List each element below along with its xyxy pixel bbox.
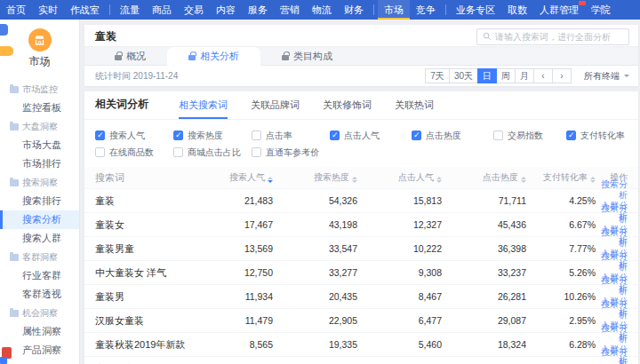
nav-item-竞争[interactable]: 竞争 bbox=[410, 0, 442, 20]
click-heat-cell: 29,087 bbox=[442, 315, 526, 326]
search-icon bbox=[483, 32, 492, 41]
metric-checkboxes: 搜索人气搜索热度点击率点击人气点击热度交易指数支付转化率在线商品数商城点击占比直… bbox=[84, 120, 638, 163]
nav-item-市场[interactable]: 市场 bbox=[378, 0, 410, 20]
related-words-card: 相关词分析 相关搜索词关联品牌词关联修饰词关联热词 搜索人气搜索热度点击率点击人… bbox=[84, 91, 638, 364]
action-link-搜索分析[interactable]: 搜索分析 bbox=[596, 251, 628, 273]
nav-item-商品[interactable]: 商品 bbox=[146, 0, 178, 20]
module-label: 市场 bbox=[0, 54, 79, 69]
sidebar-item-搜索排行[interactable]: 搜索排行 bbox=[0, 192, 79, 210]
nav-item-内容[interactable]: 内容 bbox=[210, 0, 242, 20]
column-label: 搜索热度 bbox=[314, 172, 349, 182]
checkbox-checked[interactable] bbox=[412, 131, 421, 140]
checkbox-unchecked[interactable] bbox=[252, 131, 261, 140]
metric-点击人气[interactable]: 点击人气 bbox=[330, 128, 412, 143]
nav-item-人群管理[interactable]: 人群管理 bbox=[533, 0, 585, 20]
sidebar-item-属性洞察[interactable]: 属性洞察 bbox=[0, 322, 79, 341]
metric-点击率[interactable]: 点击率 bbox=[252, 128, 330, 143]
metric-搜索人气[interactable]: 搜索人气 bbox=[95, 128, 173, 143]
checkbox-unchecked[interactable] bbox=[493, 131, 503, 140]
checkbox-unchecked[interactable] bbox=[252, 147, 261, 157]
tab-类目构成[interactable]: 类目构成 bbox=[260, 47, 354, 65]
nav-item-财务[interactable]: 财务 bbox=[338, 0, 370, 20]
action-link-搜索分析[interactable]: 搜索分析 bbox=[596, 323, 628, 344]
nav-item-实时[interactable]: 实时 bbox=[32, 0, 64, 20]
action-link-搜索分析[interactable]: 搜索分析 bbox=[596, 299, 628, 320]
nav-item-营销[interactable]: 营销 bbox=[274, 0, 306, 20]
checkbox-unchecked[interactable] bbox=[173, 147, 183, 157]
nav-item-首页[interactable]: 首页 bbox=[0, 0, 32, 20]
nav-item-交易[interactable]: 交易 bbox=[178, 0, 210, 20]
nav-item-取数[interactable]: 取数 bbox=[501, 0, 533, 20]
checkbox-checked[interactable] bbox=[95, 131, 105, 140]
column-header-点击热度[interactable]: 点击热度 bbox=[442, 171, 526, 184]
sidebar-item-产品洞察[interactable]: 产品洞察 bbox=[0, 341, 79, 360]
metric-支付转化率[interactable]: 支付转化率 bbox=[566, 128, 628, 143]
next-period-button[interactable]: › bbox=[552, 68, 572, 83]
tab-相关分析[interactable]: 相关分析 bbox=[167, 47, 260, 66]
metric-label: 支付转化率 bbox=[580, 130, 625, 142]
period-button-月[interactable]: 月 bbox=[515, 68, 534, 83]
sidebar-item-搜索人群[interactable]: 搜索人群 bbox=[0, 229, 79, 248]
prev-period-button[interactable]: ‹ bbox=[533, 68, 553, 83]
column-header-支付转化率[interactable]: 支付转化率 bbox=[526, 171, 596, 184]
checkbox-unchecked[interactable] bbox=[95, 147, 105, 157]
action-link-搜索分析[interactable]: 搜索分析 bbox=[596, 203, 628, 225]
nav-item-物流[interactable]: 物流 bbox=[306, 0, 338, 20]
subtab-关联热词[interactable]: 关联热词 bbox=[395, 99, 434, 119]
column-header-搜索热度[interactable]: 搜索热度 bbox=[273, 171, 357, 184]
nav-item-业务专区[interactable]: 业务专区 bbox=[450, 0, 501, 20]
sidebar-item-搜索分析[interactable]: 搜索分析 bbox=[0, 210, 79, 229]
search-heat-cell: 20,435 bbox=[273, 291, 357, 302]
search-popularity-cell: 17,467 bbox=[202, 219, 273, 230]
metric-搜索热度[interactable]: 搜索热度 bbox=[173, 128, 252, 143]
sidebar-item-市场排行[interactable]: 市场排行 bbox=[0, 154, 79, 173]
table-row: 童装女17,46743,19812,32745,4366.67%搜索分析人群分析 bbox=[84, 212, 638, 236]
search-heat-cell: 22,905 bbox=[273, 315, 357, 326]
sidebar-item-监控看板[interactable]: 监控看板 bbox=[0, 99, 79, 117]
table-row: 童装秋装2019年新款8,56519,3355,46018,3246.28%搜索… bbox=[84, 332, 638, 356]
metric-label: 点击人气 bbox=[344, 130, 380, 142]
checkbox-checked[interactable] bbox=[566, 131, 576, 140]
action-link-搜索分析[interactable]: 搜索分析 bbox=[596, 347, 628, 364]
sidebar-item-市场大盘[interactable]: 市场大盘 bbox=[0, 136, 79, 154]
metric-商城点击占比[interactable]: 商城点击占比 bbox=[173, 145, 252, 160]
terminal-dropdown[interactable]: 所有终端 bbox=[584, 70, 629, 83]
lock-icon bbox=[115, 55, 122, 60]
metric-label: 在线商品数 bbox=[109, 146, 154, 159]
metric-交易指数[interactable]: 交易指数 bbox=[493, 128, 566, 143]
nav-item-服务[interactable]: 服务 bbox=[242, 0, 274, 20]
sidebar-item-行业客群[interactable]: 行业客群 bbox=[0, 266, 79, 285]
period-button-7天[interactable]: 7天 bbox=[425, 68, 450, 83]
nav-item-流量[interactable]: 流量 bbox=[114, 0, 146, 20]
metric-在线商品数[interactable]: 在线商品数 bbox=[95, 145, 173, 160]
clipped-badge-fragment bbox=[0, 46, 13, 56]
subtab-相关搜索词[interactable]: 相关搜索词 bbox=[179, 99, 228, 119]
click-heat-cell: 33,237 bbox=[442, 267, 526, 278]
nav-item-作战室[interactable]: 作战室 bbox=[64, 0, 106, 20]
metric-直通车参考价[interactable]: 直通车参考价 bbox=[252, 145, 330, 160]
checkbox-checked[interactable] bbox=[173, 131, 183, 140]
metric-点击热度[interactable]: 点击热度 bbox=[412, 128, 493, 143]
action-link-搜索分析[interactable]: 搜索分析 bbox=[596, 227, 628, 249]
subtab-关联品牌词[interactable]: 关联品牌词 bbox=[251, 99, 300, 119]
period-button-周[interactable]: 周 bbox=[496, 68, 516, 83]
column-header-点击人气[interactable]: 点击人气 bbox=[357, 171, 442, 184]
subtab-关联修饰词[interactable]: 关联修饰词 bbox=[323, 99, 372, 119]
search-box[interactable] bbox=[476, 28, 629, 45]
metric-label: 点击率 bbox=[266, 130, 292, 142]
tab-label: 类目构成 bbox=[293, 50, 332, 63]
column-header-搜索人气[interactable]: 搜索人气 bbox=[202, 171, 273, 184]
tab-概况[interactable]: 概况 bbox=[93, 47, 167, 65]
pay-conversion-cell: 4.25% bbox=[526, 195, 596, 206]
period-button-日[interactable]: 日 bbox=[477, 68, 497, 83]
sidebar-group-市场监控: 市场监控 bbox=[0, 80, 79, 99]
sidebar-item-客群透视[interactable]: 客群透视 bbox=[0, 285, 79, 304]
search-input[interactable] bbox=[495, 32, 623, 42]
folder-icon bbox=[10, 86, 19, 93]
clipped-taskbar-icon bbox=[0, 357, 7, 364]
checkbox-checked[interactable] bbox=[330, 131, 340, 140]
action-link-搜索分析[interactable]: 搜索分析 bbox=[596, 275, 628, 297]
nav-item-学院[interactable]: 学院 bbox=[585, 0, 617, 20]
action-link-搜索分析[interactable]: 搜索分析 bbox=[596, 179, 628, 201]
period-button-30天[interactable]: 30天 bbox=[449, 68, 478, 83]
